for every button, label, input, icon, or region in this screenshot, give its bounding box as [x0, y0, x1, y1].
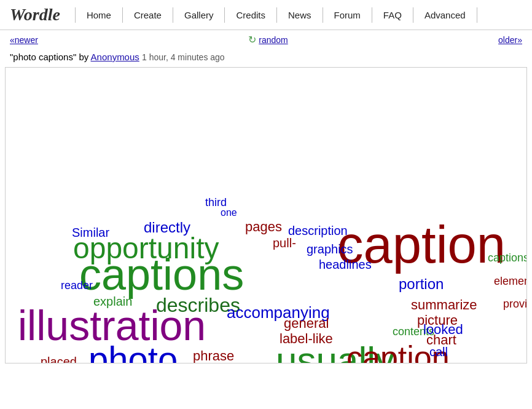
- word-summarize: summarize: [411, 298, 477, 312]
- word-graphics: graphics: [307, 243, 353, 255]
- word-Similar: Similar: [72, 226, 109, 239]
- word-pages: pages: [245, 220, 282, 234]
- word-captions: captions: [488, 252, 527, 263]
- nav-item-home[interactable]: Home: [75, 7, 123, 23]
- random-container: ↻ random: [248, 34, 288, 46]
- word-portion: portion: [399, 277, 444, 292]
- nav-item-create[interactable]: Create: [123, 7, 173, 23]
- newer-link[interactable]: «newer: [10, 35, 38, 45]
- attribution-bar: "photo captions" by Anonymous 1 hour, 4 …: [0, 49, 532, 67]
- word-explain: explain: [93, 295, 132, 308]
- wordle-title: "photo captions": [10, 52, 76, 62]
- word-looked: looked: [423, 323, 463, 336]
- word-general: general: [284, 317, 329, 330]
- word-photo: photo: [88, 341, 178, 363]
- word-directly: directly: [144, 220, 190, 235]
- word-elements: elements: [494, 276, 527, 287]
- word-one: one: [221, 208, 237, 218]
- older-link[interactable]: older»: [498, 35, 522, 45]
- word-reader: reader: [61, 280, 93, 291]
- site-header: Wordle HomeCreateGalleryCreditsNewsForum…: [0, 0, 532, 30]
- author-link[interactable]: Anonymous: [91, 52, 139, 62]
- nav-item-forum[interactable]: Forum: [323, 7, 372, 23]
- random-link[interactable]: random: [259, 35, 288, 45]
- word-label-like: label-like: [280, 332, 333, 346]
- nav-item-faq[interactable]: FAQ: [372, 7, 413, 23]
- nav-item-credits[interactable]: Credits: [225, 7, 277, 23]
- main-nav: HomeCreateGalleryCreditsNewsForumFAQAdva…: [75, 7, 477, 23]
- pagination-bar: «newer ↻ random older»: [0, 30, 532, 49]
- wordcloud-container: captionscaptionillustrationusuallyphotoo…: [5, 67, 527, 363]
- word-headlines: headlines: [319, 258, 372, 271]
- refresh-icon: ↻: [248, 34, 256, 46]
- by-text: by: [79, 52, 90, 62]
- word-placed: placed: [41, 355, 77, 363]
- word-call: call: [429, 346, 448, 358]
- word-pull-: pull-: [273, 237, 296, 249]
- site-logo[interactable]: Wordle: [10, 5, 60, 25]
- nav-item-advanced[interactable]: Advanced: [413, 7, 477, 23]
- wordcloud: captionscaptionillustrationusuallyphotoo…: [6, 68, 526, 363]
- word-phrase: phrase: [193, 349, 234, 363]
- word-third: third: [205, 197, 227, 208]
- nav-item-news[interactable]: News: [277, 7, 323, 23]
- nav-item-gallery[interactable]: Gallery: [173, 7, 225, 23]
- word-description: description: [288, 224, 348, 237]
- time-text: 1 hour, 4 minutes ago: [142, 52, 225, 62]
- logo-text: Wordle: [10, 5, 60, 24]
- word-provide: provide: [503, 298, 527, 309]
